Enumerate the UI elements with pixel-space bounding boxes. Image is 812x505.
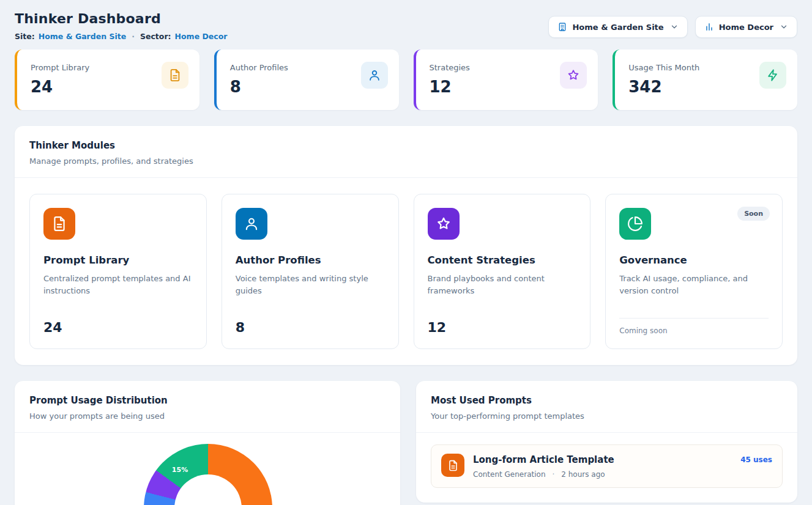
coming-soon-text: Coming soon xyxy=(619,318,769,335)
prompt-title: Long-form Article Template xyxy=(473,454,732,465)
most-used-prompts-panel: Most Used Prompts Your top-performing pr… xyxy=(416,381,797,503)
usage-title: Prompt Usage Distribution xyxy=(29,395,386,406)
bottom-row: Prompt Usage Distribution How your promp… xyxy=(15,365,797,505)
prompt-category: Content Generation xyxy=(473,470,545,479)
module-title: Governance xyxy=(619,254,769,266)
stat-card-strategies: Strategies 12 xyxy=(414,50,598,110)
prompts-list: Long-form Article Template Content Gener… xyxy=(416,433,797,503)
usage-panel-header: Prompt Usage Distribution How your promp… xyxy=(15,381,400,433)
modules-subtitle: Manage prompts, profiles, and strategies xyxy=(29,157,783,166)
prompts-title: Most Used Prompts xyxy=(431,395,783,406)
module-count: 24 xyxy=(43,320,193,335)
page-title: Thinker Dashboard xyxy=(15,11,227,26)
header-left: Thinker Dashboard Site: Home & Garden Si… xyxy=(15,11,227,41)
header: Thinker Dashboard Site: Home & Garden Si… xyxy=(15,11,797,41)
site-selector-dropdown[interactable]: Home & Garden Site xyxy=(548,16,687,38)
prompts-subtitle: Your top-performing prompt templates xyxy=(431,411,783,421)
stat-label: Author Profiles xyxy=(230,63,288,72)
meta-separator: · xyxy=(552,470,554,479)
lightning-icon xyxy=(759,62,786,89)
sector-label: Sector: xyxy=(140,32,171,41)
donut-chart: 15% xyxy=(144,444,272,505)
stat-label: Usage This Month xyxy=(628,63,699,72)
sector-selector-dropdown[interactable]: Home Decor xyxy=(695,16,797,38)
soon-badge: Soon xyxy=(737,207,770,221)
chevron-down-icon xyxy=(780,23,788,31)
modules-panel-header: Thinker Modules Manage prompts, profiles… xyxy=(15,126,797,178)
stat-label: Prompt Library xyxy=(31,63,89,72)
donut-chart-area: 15% xyxy=(15,433,400,505)
stat-value: 342 xyxy=(628,78,699,96)
prompt-list-item[interactable]: Long-form Article Template Content Gener… xyxy=(431,444,783,488)
stat-card-prompt-library: Prompt Library 24 xyxy=(15,50,199,110)
prompt-meta: Content Generation · 2 hours ago xyxy=(473,470,732,479)
modules-title: Thinker Modules xyxy=(29,140,783,151)
sector-link[interactable]: Home Decor xyxy=(175,32,228,41)
module-card-content-strategies[interactable]: Content Strategies Brand playbooks and c… xyxy=(414,194,591,349)
stat-label: Strategies xyxy=(430,63,470,72)
stat-value: 8 xyxy=(230,78,288,96)
prompts-panel-header: Most Used Prompts Your top-performing pr… xyxy=(416,381,797,433)
modules-grid: Prompt Library Centralized prompt templa… xyxy=(15,178,797,365)
stat-value: 24 xyxy=(31,78,89,96)
sparkle-star-icon xyxy=(560,62,587,89)
sparkle-star-icon xyxy=(428,208,460,240)
module-title: Content Strategies xyxy=(428,254,577,266)
prompt-info: Long-form Article Template Content Gener… xyxy=(473,454,732,479)
pie-chart-icon xyxy=(619,208,651,240)
document-icon xyxy=(441,454,464,477)
module-description: Brand playbooks and content frameworks xyxy=(428,273,577,297)
document-icon xyxy=(43,208,75,240)
module-card-author-profiles[interactable]: Author Profiles Voice templates and writ… xyxy=(222,194,399,349)
prompt-time: 2 hours ago xyxy=(561,470,605,479)
usage-distribution-panel: Prompt Usage Distribution How your promp… xyxy=(15,381,400,505)
donut-segment-label: 15% xyxy=(168,466,192,474)
stat-text: Author Profiles 8 xyxy=(230,59,288,99)
document-icon xyxy=(162,62,188,89)
stats-row: Prompt Library 24 Author Profiles 8 Stra… xyxy=(15,50,797,110)
prompt-uses-badge: 45 uses xyxy=(740,455,772,464)
usage-subtitle: How your prompts are being used xyxy=(29,411,386,421)
site-selector-label: Home & Garden Site xyxy=(572,23,663,32)
header-selectors: Home & Garden Site Home Decor xyxy=(548,16,797,38)
building-icon xyxy=(557,22,567,32)
module-count: 12 xyxy=(428,320,577,335)
module-description: Voice templates and writing style guides xyxy=(236,273,385,297)
stat-card-author-profiles: Author Profiles 8 xyxy=(214,50,399,110)
person-icon xyxy=(361,62,388,89)
stat-text: Prompt Library 24 xyxy=(31,59,89,99)
thinker-modules-panel: Thinker Modules Manage prompts, profiles… xyxy=(15,126,797,365)
sector-selector-label: Home Decor xyxy=(719,23,773,32)
module-card-governance[interactable]: Soon Governance Track AI usage, complian… xyxy=(605,194,783,349)
dashboard-page: Thinker Dashboard Site: Home & Garden Si… xyxy=(0,0,812,505)
site-label: Site: xyxy=(15,32,35,41)
person-icon xyxy=(236,208,267,240)
module-title: Author Profiles xyxy=(236,254,385,266)
bar-chart-icon xyxy=(704,22,714,32)
module-title: Prompt Library xyxy=(43,254,193,266)
stat-value: 12 xyxy=(430,78,470,96)
chevron-down-icon xyxy=(670,23,679,31)
stat-text: Usage This Month 342 xyxy=(628,59,699,99)
breadcrumb-separator: · xyxy=(132,32,135,41)
site-link[interactable]: Home & Garden Site xyxy=(39,32,126,41)
module-description: Centralized prompt templates and AI inst… xyxy=(43,273,193,297)
stat-card-usage: Usage This Month 342 xyxy=(613,50,797,110)
module-card-prompt-library[interactable]: Prompt Library Centralized prompt templa… xyxy=(29,194,207,349)
breadcrumb: Site: Home & Garden Site · Sector: Home … xyxy=(15,32,227,41)
module-count: 8 xyxy=(236,320,385,335)
stat-text: Strategies 12 xyxy=(430,59,470,99)
module-description: Track AI usage, compliance, and version … xyxy=(619,273,769,297)
